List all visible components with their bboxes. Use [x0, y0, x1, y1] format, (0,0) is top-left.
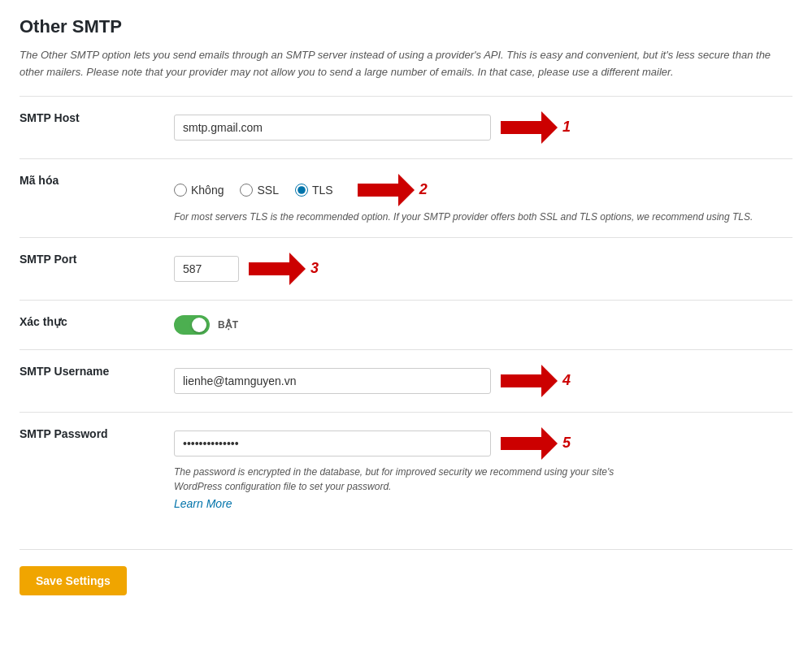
svg-marker-3: [501, 365, 558, 397]
annotation-number-4: 4: [562, 372, 571, 389]
encryption-cell: Không SSL TLS: [166, 158, 792, 237]
save-settings-button[interactable]: Save Settings: [20, 566, 127, 595]
annotation-number-2: 2: [419, 181, 428, 198]
smtp-host-input[interactable]: [174, 115, 491, 141]
auth-toggle[interactable]: [174, 315, 210, 335]
smtp-port-input-group: 3: [174, 253, 784, 285]
page-description: The Other SMTP option lets you send emai…: [20, 47, 792, 81]
encryption-row: Mã hóa Không SSL TLS: [20, 158, 792, 237]
smtp-port-input[interactable]: [174, 256, 239, 282]
encryption-none-label: Không: [191, 184, 224, 197]
smtp-password-label: SMTP Password: [20, 412, 166, 525]
auth-label: Xác thực: [20, 300, 166, 349]
svg-marker-1: [358, 174, 415, 206]
encryption-label: Mã hóa: [20, 158, 166, 237]
auth-row: Xác thực BẬT: [20, 300, 792, 349]
arrow-4-svg: [501, 365, 558, 397]
settings-form: SMTP Host 1 Mã hó: [20, 96, 792, 525]
smtp-password-cell: 5 The password is encrypted in the datab…: [166, 412, 792, 525]
svg-marker-2: [249, 253, 306, 285]
smtp-password-input[interactable]: [174, 431, 491, 456]
encryption-tls-label: TLS: [312, 184, 333, 197]
annotation-number-5: 5: [562, 435, 571, 452]
save-button-wrapper: Save Settings: [20, 549, 792, 595]
arrow-3-svg: [249, 253, 306, 285]
smtp-port-label: SMTP Port: [20, 237, 166, 300]
annotation-number-1: 1: [562, 119, 571, 136]
annotation-1: 1: [501, 111, 571, 144]
page-title: Other SMTP: [20, 16, 792, 37]
arrow-5-svg: [501, 427, 558, 460]
auth-cell: BẬT: [166, 300, 792, 349]
smtp-username-input[interactable]: [174, 368, 491, 394]
annotation-3: 3: [249, 253, 319, 285]
smtp-password-input-group: 5: [174, 427, 784, 460]
smtp-port-cell: 3: [166, 237, 792, 300]
toggle-slider: [174, 315, 210, 335]
annotation-number-3: 3: [310, 260, 319, 277]
smtp-username-row: SMTP Username 4: [20, 349, 792, 412]
encryption-radio-none[interactable]: [174, 184, 187, 197]
password-hint: The password is encrypted in the databas…: [174, 465, 662, 494]
smtp-host-row: SMTP Host 1: [20, 96, 792, 158]
svg-marker-4: [501, 427, 558, 460]
smtp-username-label: SMTP Username: [20, 349, 166, 412]
encryption-ssl-label: SSL: [257, 184, 278, 197]
smtp-host-label: SMTP Host: [20, 96, 166, 158]
smtp-host-cell: 1: [166, 96, 792, 158]
smtp-password-row: SMTP Password 5 The password is encrypte…: [20, 412, 792, 525]
arrow-1-svg: [501, 111, 558, 144]
smtp-username-cell: 4: [166, 349, 792, 412]
smtp-port-row: SMTP Port 3: [20, 237, 792, 300]
encryption-option-tls[interactable]: TLS: [295, 184, 333, 197]
annotation-2: 2: [358, 174, 428, 206]
auth-toggle-group: BẬT: [174, 315, 784, 335]
auth-toggle-label: BẬT: [218, 319, 239, 331]
annotation-4: 4: [501, 365, 571, 397]
annotation-5: 5: [501, 427, 571, 460]
encryption-radio-tls[interactable]: [295, 184, 308, 197]
encryption-radio-ssl[interactable]: [240, 184, 253, 197]
encryption-hint: For most servers TLS is the recommended …: [174, 211, 784, 223]
encryption-option-ssl[interactable]: SSL: [240, 184, 278, 197]
svg-marker-0: [501, 111, 558, 144]
arrow-2-svg: [358, 174, 415, 206]
smtp-username-input-group: 4: [174, 365, 784, 397]
learn-more-link[interactable]: Learn More: [174, 497, 232, 510]
encryption-option-none[interactable]: Không: [174, 184, 224, 197]
